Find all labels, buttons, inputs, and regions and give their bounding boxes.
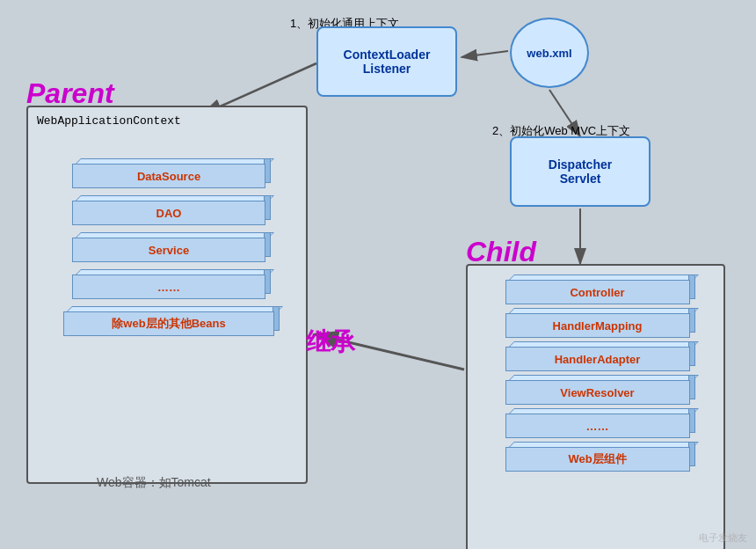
handleradapter-label: HandlerAdapter — [505, 347, 690, 371]
webxml-circle: web.xml — [510, 18, 589, 88]
viewresolver-label: ViewResolver — [505, 380, 690, 405]
webxml-label: web.xml — [527, 47, 571, 60]
handlermapping-label: HandlerMapping — [505, 313, 690, 338]
watermark: 电子发烧友 — [699, 531, 747, 545]
service-label: Service — [72, 238, 265, 262]
inherit-label: 继承 — [306, 326, 355, 359]
web-component-block: Web层组件 — [505, 447, 690, 472]
ellipsis-label: …… — [72, 274, 265, 299]
other-beans-label: 除web层的其他Beans — [63, 311, 274, 336]
controller-label: Controller — [505, 280, 690, 304]
child-ellipsis-label: …… — [505, 414, 690, 438]
dispatcher-box: DispatcherServlet — [510, 136, 651, 207]
dao-label: DAO — [72, 201, 265, 225]
dao-block: DAO — [72, 201, 265, 225]
parent-container: WebApplicationContext DataSource DAO Ser… — [26, 106, 308, 484]
webapp-context-label: WebApplicationContext — [37, 114, 181, 128]
parent-blocks-area: DataSource DAO Service …… — [55, 151, 283, 343]
child-ellipsis-block: …… — [505, 414, 690, 438]
web-component-label: Web层组件 — [505, 447, 690, 472]
child-container: Controller HandlerMapping HandlerAdapter… — [466, 264, 725, 549]
diagram: 1、初始化通用上下文 2、初始化Web MVC上下文 ContextLoader… — [0, 0, 756, 549]
controller-block: Controller — [505, 280, 690, 304]
svg-line-2 — [462, 51, 508, 57]
datasource-label: DataSource — [72, 164, 265, 188]
handleradapter-block: HandlerAdapter — [505, 347, 690, 371]
other-beans-block: 除web层的其他Beans — [63, 311, 274, 336]
dispatcher-label: DispatcherServlet — [549, 157, 612, 186]
context-loader-box: ContextLoaderListener — [316, 26, 457, 97]
service-block: Service — [72, 238, 265, 262]
child-blocks-area: Controller HandlerMapping HandlerAdapter… — [485, 276, 709, 476]
viewresolver-block: ViewResolver — [505, 380, 690, 405]
handlermapping-block: HandlerMapping — [505, 313, 690, 338]
web-container-label: Web容器：如Tomcat — [97, 475, 211, 491]
ellipsis-block: …… — [72, 274, 265, 299]
datasource-block: DataSource — [72, 164, 265, 188]
context-loader-label: ContextLoaderListener — [344, 48, 431, 76]
